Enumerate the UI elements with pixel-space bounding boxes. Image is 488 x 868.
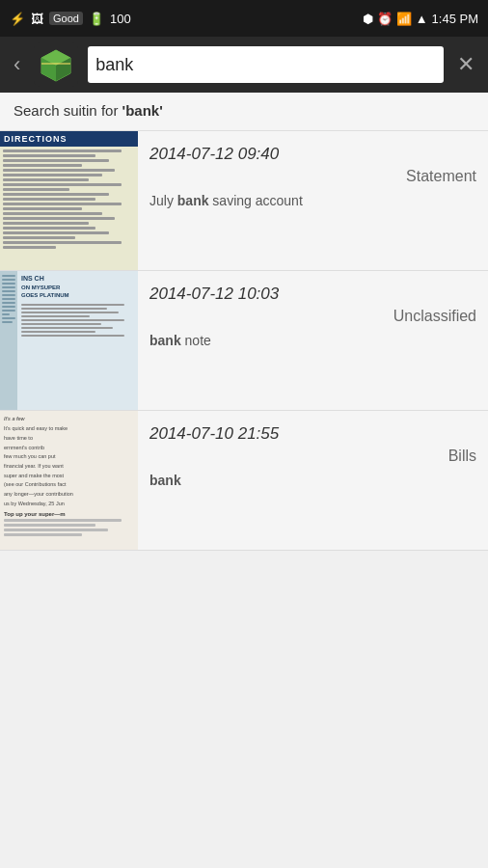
photo-icon: 🖼 — [31, 12, 43, 26]
result-description: bank — [149, 473, 476, 488]
results-list: DIRECTIONS — [0, 131, 488, 551]
app-logo — [34, 42, 78, 87]
result-description: bank note — [149, 333, 476, 348]
result-description: July bank saving account — [149, 193, 476, 208]
list-item[interactable]: INS CH ON MYSUPERGOES PLATINUM 2014-07-1… — [0, 271, 488, 411]
result-thumbnail: DIRECTIONS — [0, 131, 138, 270]
result-date: 2014-07-10 21:55 — [149, 424, 476, 444]
subtitle-prefix: Search suitin for — [14, 102, 122, 119]
status-left-icons: ⚡ 🖼 Good 🔋 100 — [10, 12, 131, 26]
thumb-body — [0, 147, 138, 254]
search-subtitle: Search suitin for 'bank' — [0, 93, 488, 131]
subtitle-keyword: 'bank' — [122, 102, 163, 119]
time-display: 1:45 PM — [432, 12, 478, 26]
result-date: 2014-07-12 09:40 — [149, 145, 476, 164]
desc-pre: July — [149, 193, 177, 208]
search-input[interactable] — [95, 55, 436, 75]
back-button[interactable]: ‹ — [10, 48, 24, 81]
desc-post: saving account — [208, 193, 302, 208]
search-bar: ‹ ✕ — [0, 37, 488, 93]
result-category: Bills — [149, 448, 476, 465]
thumb-main: INS CH ON MYSUPERGOES PLATINUM — [19, 271, 138, 342]
result-info: 2014-07-12 10:03 Unclassified bank note — [138, 271, 488, 410]
alarm-icon: ⏰ — [377, 12, 393, 26]
thumb-sidebar — [0, 271, 17, 410]
desc-post: note — [181, 333, 211, 348]
good-badge: Good — [49, 12, 83, 25]
search-input-container[interactable] — [88, 46, 444, 83]
desc-highlight: bank — [149, 333, 181, 348]
wifi-icon: 📶 — [396, 12, 412, 26]
bluetooth-icon: ⬢ — [363, 12, 373, 26]
result-info: 2014-07-10 21:55 Bills bank — [138, 411, 488, 550]
battery-icon: 🔋 — [89, 12, 104, 26]
result-category: Unclassified — [149, 308, 476, 325]
result-thumbnail: INS CH ON MYSUPERGOES PLATINUM — [0, 271, 138, 410]
result-thumbnail: It's a few It's quick and easy to make h… — [0, 411, 138, 550]
list-item[interactable]: DIRECTIONS — [0, 131, 488, 271]
signal-icon: ▲ — [416, 12, 428, 26]
status-right: ⬢ ⏰ 📶 ▲ 1:45 PM — [363, 12, 478, 26]
desc-highlight: bank — [177, 193, 209, 208]
thumb-heading: DIRECTIONS — [0, 131, 138, 147]
list-item[interactable]: It's a few It's quick and easy to make h… — [0, 411, 488, 551]
usb-icon: ⚡ — [10, 12, 25, 26]
clear-search-button[interactable]: ✕ — [453, 48, 478, 81]
thumb-body: It's a few It's quick and easy to make h… — [0, 411, 138, 542]
desc-highlight: bank — [149, 473, 181, 488]
result-info: 2014-07-12 09:40 Statement July bank sav… — [138, 131, 488, 270]
status-bar: ⚡ 🖼 Good 🔋 100 ⬢ ⏰ 📶 ▲ 1:45 PM — [0, 0, 488, 37]
result-category: Statement — [149, 168, 476, 185]
battery-label: 100 — [110, 12, 131, 26]
result-date: 2014-07-12 10:03 — [149, 285, 476, 304]
